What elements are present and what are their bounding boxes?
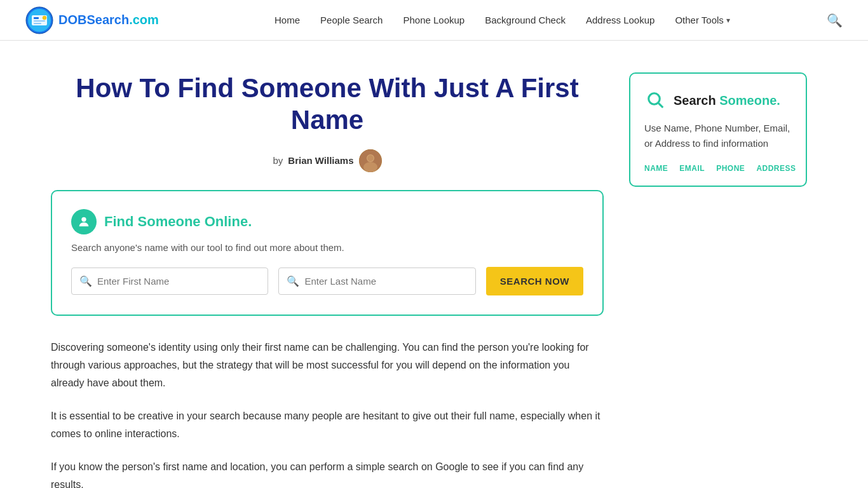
- first-name-search-icon: 🔍: [79, 275, 92, 287]
- main-nav: Home People Search Phone Lookup Backgrou…: [178, 15, 827, 25]
- article-title: How To Find Someone With Just A First Na…: [51, 72, 604, 137]
- search-box-title: Find Someone Online.: [104, 214, 252, 230]
- svg-rect-4: [34, 20, 45, 22]
- author-prefix: by: [273, 155, 283, 166]
- author-name: Brian Williams: [288, 155, 353, 166]
- svg-point-6: [43, 16, 46, 20]
- nav-other-tools[interactable]: Other Tools ▾: [675, 15, 729, 25]
- author-line: by Brian Williams: [51, 149, 604, 172]
- sidebar-card-header: Search Someone.: [644, 89, 792, 112]
- search-now-button[interactable]: SEARCH NOW: [486, 267, 583, 295]
- svg-point-9: [363, 162, 377, 172]
- article-paragraph-3: If you know the person's first name and …: [51, 458, 604, 488]
- article-paragraph-1: Discovering someone's identity using onl…: [51, 339, 604, 392]
- last-name-input[interactable]: [304, 268, 467, 294]
- nav-home[interactable]: Home: [275, 15, 300, 25]
- sidebar-tab-name[interactable]: NAME: [644, 164, 668, 173]
- last-name-search-icon: 🔍: [287, 275, 299, 287]
- search-box: Find Someone Online. Search anyone's nam…: [51, 190, 604, 316]
- logo-text: DOBSearch.com: [58, 13, 159, 27]
- content-area: How To Find Someone With Just A First Na…: [51, 72, 604, 488]
- sidebar-card-title: Search Someone.: [674, 93, 780, 108]
- nav-phone-lookup[interactable]: Phone Lookup: [403, 15, 465, 25]
- site-header: DOBSearch.com Home People Search Phone L…: [0, 0, 868, 41]
- avatar: [359, 149, 382, 172]
- site-logo[interactable]: DOBSearch.com: [25, 6, 159, 34]
- sidebar-card-description: Use Name, Phone Number, Email, or Addres…: [644, 121, 792, 151]
- svg-point-11: [81, 217, 86, 221]
- first-name-input[interactable]: [97, 268, 260, 294]
- sidebar: Search Someone. Use Name, Phone Number, …: [629, 72, 807, 187]
- sidebar-tab-email[interactable]: EMAIL: [679, 164, 705, 173]
- nav-address-lookup[interactable]: Address Lookup: [586, 15, 654, 25]
- sidebar-search-icon: [644, 89, 667, 112]
- svg-line-13: [658, 103, 663, 107]
- chevron-down-icon: ▾: [726, 16, 730, 25]
- main-container: How To Find Someone With Just A First Na…: [0, 41, 868, 488]
- sidebar-tab-address[interactable]: ADDRESS: [756, 164, 796, 173]
- first-name-input-wrapper: 🔍: [71, 268, 268, 295]
- svg-point-10: [367, 155, 374, 161]
- nav-people-search[interactable]: People Search: [320, 15, 383, 25]
- search-box-description: Search anyone's name with our tool to fi…: [71, 242, 583, 253]
- article-paragraph-2: It is essential to be creative in your s…: [51, 407, 604, 443]
- svg-rect-5: [34, 23, 41, 24]
- svg-rect-3: [34, 17, 39, 19]
- person-icon: [71, 209, 97, 234]
- search-box-header: Find Someone Online.: [71, 209, 583, 234]
- sidebar-search-card: Search Someone. Use Name, Phone Number, …: [629, 72, 807, 187]
- nav-background-check[interactable]: Background Check: [485, 15, 566, 25]
- sidebar-tab-phone[interactable]: PHONE: [716, 164, 745, 173]
- svg-point-12: [649, 93, 660, 105]
- search-icon[interactable]: 🔍: [827, 13, 843, 28]
- last-name-input-wrapper: 🔍: [278, 268, 475, 295]
- sidebar-tabs: NAME EMAIL PHONE ADDRESS: [644, 164, 792, 173]
- search-inputs: 🔍 🔍 SEARCH NOW: [71, 267, 583, 295]
